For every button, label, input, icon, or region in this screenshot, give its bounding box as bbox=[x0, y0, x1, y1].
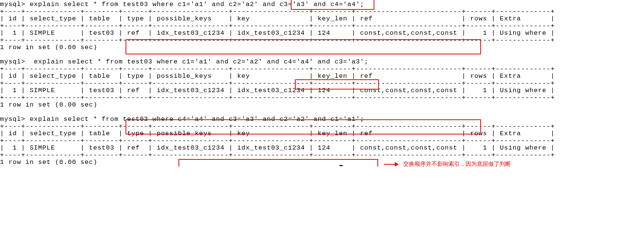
table-separator: +----+-------------+--------+------+----… bbox=[0, 8, 555, 15]
table-separator: +----+-------------+--------+------+----… bbox=[0, 22, 555, 29]
result-footer: 1 row in set (0.00 sec) bbox=[0, 44, 98, 51]
result-footer: 1 row in set (0.00 sec) bbox=[0, 159, 98, 166]
text-cursor-icon bbox=[341, 165, 341, 167]
query-line-3: mysql> explain select * from test03 wher… bbox=[0, 116, 364, 123]
table-header: | id | select_type | table | type | poss… bbox=[0, 73, 555, 80]
query-line-2: mysql> explain select * from test03 wher… bbox=[0, 58, 369, 65]
table-separator: +----+-------------+--------+------+----… bbox=[0, 137, 555, 144]
table-row: | 1 | SIMPLE | test03 | ref | idx_test03… bbox=[0, 144, 555, 151]
table-separator: +----+-------------+--------+------+----… bbox=[0, 151, 555, 159]
table-header: | id | select_type | table | type | poss… bbox=[0, 15, 555, 22]
table-separator: +----+-------------+--------+------+----… bbox=[0, 80, 555, 87]
table-row: | 1 | SIMPLE | test03 | ref | idx_test03… bbox=[0, 29, 555, 37]
annotation-text: 交换顺序并不影响索引，因为底层做了判断 bbox=[403, 161, 511, 167]
table-separator: +----+-------------+--------+------+----… bbox=[0, 65, 555, 73]
table-header: | id | select_type | table | type | poss… bbox=[0, 130, 555, 137]
query-line-1: mysql> explain select * from test03 wher… bbox=[0, 1, 364, 8]
result-footer: 1 row in set (0.00 sec) bbox=[0, 101, 98, 108]
table-separator: +----+-------------+--------+------+----… bbox=[0, 94, 555, 101]
table-separator: +----+-------------+--------+------+----… bbox=[0, 37, 555, 44]
terminal-output: mysql> explain select * from test03 wher… bbox=[0, 1, 644, 166]
table-row: | 1 | SIMPLE | test03 | ref | idx_test03… bbox=[0, 87, 555, 94]
table-separator: +----+-------------+--------+------+----… bbox=[0, 123, 555, 130]
